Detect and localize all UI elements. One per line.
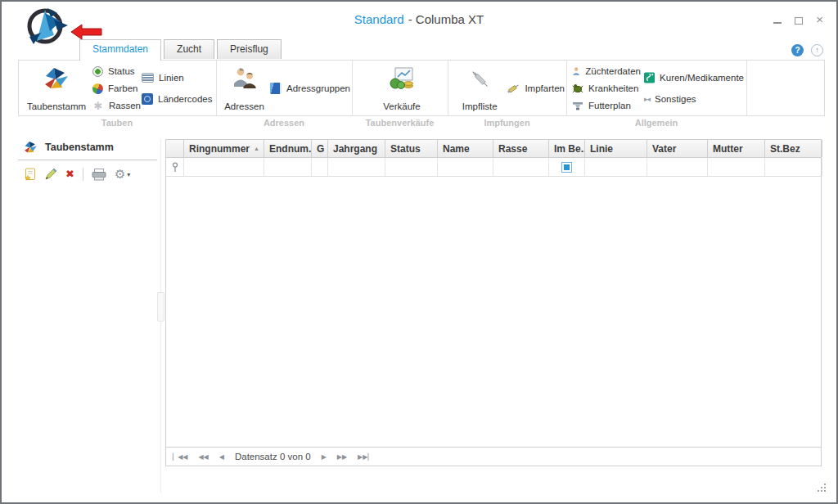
ribbon-empty-area	[747, 61, 824, 115]
group-caption-empty	[746, 118, 825, 128]
nav-last-button[interactable]: ▶▶▏	[358, 453, 372, 461]
filter-cell-g[interactable]	[312, 158, 328, 176]
window-controls: ×	[773, 14, 823, 25]
filter-cell-jahrgang[interactable]	[328, 158, 385, 176]
adressgruppen-button[interactable]: Adressgruppen	[268, 81, 352, 96]
column-header-im-be[interactable]: Im Be...	[549, 140, 585, 157]
filter-cell-name[interactable]	[438, 158, 493, 176]
impfliste-label: Impfliste	[462, 101, 498, 111]
red-arrow-annotation	[71, 24, 102, 40]
row-selector-header	[166, 140, 184, 157]
resize-grip[interactable]	[817, 483, 827, 493]
print-icon[interactable]	[92, 169, 106, 181]
help-icon[interactable]: ?	[791, 44, 804, 56]
filter-cell-endnum[interactable]	[264, 158, 312, 176]
filter-cell-vater[interactable]	[647, 158, 708, 176]
column-header-vater[interactable]: Vater	[647, 140, 708, 157]
nav-first-button[interactable]: ▏◀◀	[173, 453, 187, 461]
farben-button[interactable]: Farben	[91, 81, 140, 96]
laendercodes-button[interactable]: Ländercodes	[140, 92, 215, 106]
column-header-ringnummer[interactable]: Ringnummer▲	[184, 140, 264, 157]
column-header-mutter[interactable]: Mutter	[708, 140, 765, 157]
grid-filter-row	[166, 158, 821, 177]
adressen-button[interactable]: Adressen	[220, 63, 268, 114]
kuren-medikamente-label: Kuren/Medikamente	[660, 73, 744, 83]
filter-cell-mutter[interactable]	[708, 158, 765, 176]
filter-cell-ringnummer[interactable]	[184, 158, 264, 176]
column-header-label: Im Be...	[554, 143, 585, 155]
minimize-button[interactable]	[773, 22, 782, 24]
filter-cell-linie[interactable]	[585, 158, 647, 176]
pin-icon	[171, 162, 179, 173]
tab-stammdaten[interactable]: Stammdaten	[79, 39, 161, 61]
group-caption-allgemein: Allgemein	[566, 118, 746, 128]
impfarten-button[interactable]: Impfarten	[504, 81, 566, 96]
futterplan-button[interactable]: Futterplan	[570, 98, 642, 113]
laendercodes-label: Ländercodes	[158, 94, 213, 104]
kuren-medikamente-button[interactable]: Kuren/Medikamente	[642, 70, 746, 85]
taubenstamm-button[interactable]: Taubenstamm	[22, 63, 91, 114]
edit-pencil-icon[interactable]	[44, 168, 57, 181]
nav-next-button[interactable]: ▶	[322, 453, 327, 461]
column-header-linie[interactable]: Linie	[585, 140, 647, 157]
panel-toolbar: ✖ ⚙ ▾	[18, 168, 157, 181]
column-header-label: Status	[390, 143, 421, 155]
sonstiges-button[interactable]: ▸◂ Sonstiges	[642, 92, 746, 106]
tab-preisflug[interactable]: Preisflug	[217, 39, 282, 59]
impfliste-button[interactable]: Impfliste	[455, 63, 504, 114]
settings-dropdown[interactable]: ⚙ ▾	[115, 168, 130, 181]
column-header-label: Name	[443, 143, 470, 155]
column-header-label: Vater	[652, 143, 676, 155]
column-header-jahrgang[interactable]: Jahrgang	[328, 140, 385, 157]
rassen-button[interactable]: ✱ Rassen	[91, 98, 140, 113]
titlebar[interactable]: Standard- Columba XT ×	[3, 2, 835, 39]
column-header-g[interactable]: G	[312, 140, 328, 157]
farben-label: Farben	[108, 83, 137, 93]
nav-prev-button[interactable]: ◀	[219, 453, 224, 461]
verkaeufe-button[interactable]: Verkäufe	[373, 63, 430, 114]
column-header-name[interactable]: Name	[438, 140, 493, 157]
column-header-endnum[interactable]: Endnum...	[264, 140, 312, 157]
column-header-label: G	[317, 143, 324, 155]
grid-filter-cells	[184, 158, 822, 176]
tab-zucht[interactable]: Zucht	[164, 39, 214, 59]
color-wheel-icon	[91, 82, 105, 96]
column-header-label: Jahrgang	[333, 143, 377, 155]
window-title-scheme: Standard	[354, 12, 404, 26]
adressgruppen-label: Adressgruppen	[286, 83, 350, 93]
adressen-label: Adressen	[224, 101, 264, 111]
column-header-rasse[interactable]: Rasse	[493, 140, 549, 157]
close-button[interactable]: ×	[816, 14, 823, 25]
maximize-button[interactable]	[795, 17, 803, 25]
collapse-ribbon-icon[interactable]: ↑	[811, 44, 823, 56]
filter-cell-status[interactable]	[385, 158, 438, 176]
filter-cell-st-bez[interactable]	[765, 158, 822, 176]
window-title-app: - Columba XT	[408, 12, 484, 26]
linien-button[interactable]: Linien	[140, 70, 215, 85]
nav-next-page-button[interactable]: ▶▶	[337, 453, 347, 461]
splitter-grip[interactable]	[157, 292, 164, 322]
zuechterdaten-button[interactable]: Züchterdaten	[570, 64, 642, 79]
delete-icon[interactable]: ✖	[65, 168, 74, 181]
column-header-st-bez[interactable]: St.Bez	[765, 140, 822, 157]
app-logo-icon[interactable]	[23, 5, 72, 47]
panel-title: Taubenstamm	[45, 142, 114, 153]
status-button[interactable]: Status	[91, 64, 140, 79]
filter-cell-rasse[interactable]	[493, 158, 549, 176]
filter-checkbox[interactable]	[561, 162, 572, 173]
group-caption-taubenverkaeufe: Taubenverkäufe	[352, 118, 448, 128]
ribbon-group-impfungen: Impfliste Impfarten	[448, 61, 567, 115]
arrows-icon: ▸◂	[644, 95, 650, 103]
new-record-icon[interactable]	[25, 168, 36, 181]
column-header-status[interactable]: Status	[385, 140, 438, 157]
filter-cell-im-be[interactable]	[549, 158, 585, 176]
krankheiten-button[interactable]: Krankheiten	[570, 81, 642, 96]
allgemein-small-stack-2: Kuren/Medikamente ▸◂ Sonstiges	[642, 63, 746, 114]
nav-prev-page-button[interactable]: ◀◀	[198, 453, 208, 461]
pigeon-grid: Ringnummer▲Endnum...GJahrgangStatusNameR…	[165, 139, 822, 466]
ribbon-group-adressen: Adressen Adressgruppen	[217, 61, 353, 115]
column-header-label: Linie	[590, 143, 613, 155]
ribbon-group-captions: Tauben Adressen Taubenverkäufe Impfungen…	[18, 118, 825, 128]
ribbon-group-tauben: Taubenstamm Status Farben ✱ Rassen	[19, 61, 217, 115]
medication-icon	[644, 72, 655, 83]
